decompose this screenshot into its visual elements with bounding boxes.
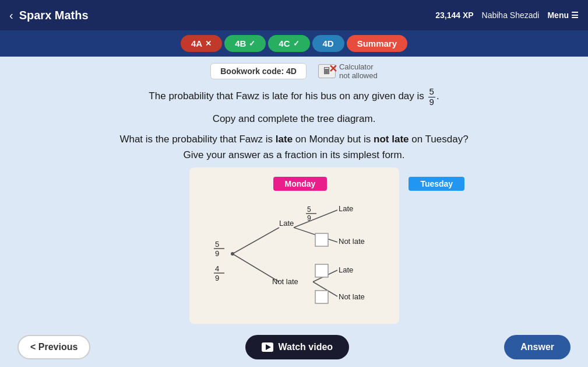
no-calc-x: ✕: [329, 62, 337, 75]
watch-video-button[interactable]: Watch video: [245, 335, 349, 359]
svg-text:Not late: Not late: [272, 277, 298, 286]
svg-text:9: 9: [215, 274, 219, 282]
brand-title: Sparx Maths: [19, 9, 89, 22]
svg-text:9: 9: [307, 214, 311, 222]
user-name: Nabiha Shezadi: [482, 11, 540, 20]
svg-rect-19: [315, 264, 328, 277]
header: ‹ Sparx Maths 23,144 XP Nabiha Shezadi M…: [0, 0, 588, 30]
svg-rect-11: [315, 233, 328, 246]
previous-button[interactable]: < Previous: [17, 335, 90, 359]
svg-point-24: [231, 252, 234, 256]
tick-icon-4c: ✓: [293, 39, 300, 48]
svg-text:4: 4: [215, 264, 219, 273]
monday-header: Monday: [273, 177, 328, 191]
tree-svg: 5 9 Late 5 9 Late Not late 4: [203, 195, 384, 312]
calculator-notice: 🖩 ✕ Calculator not allowed: [318, 62, 378, 80]
tree-container: Monday Tuesday 5 9 Late 5 9 Lat: [12, 167, 576, 324]
question-line1: The probability that Fawz is late for hi…: [12, 87, 576, 107]
bookwork-bar: Bookwork code: 4D 🖩 ✕ Calculator not all…: [12, 62, 576, 80]
nav-tabs: 4A ✕ 4B ✓ 4C ✓ 4D Summary: [0, 30, 588, 57]
question-line2: Copy and complete the tree diagram.: [12, 111, 576, 127]
xp-badge: 23,144 XP: [435, 11, 473, 20]
calculator-icon: 🖩 ✕: [318, 64, 336, 78]
menu-button[interactable]: Menu ☰: [547, 11, 579, 20]
tab-4D[interactable]: 4D: [312, 35, 344, 52]
svg-text:Not late: Not late: [339, 292, 365, 301]
hamburger-icon: ☰: [571, 11, 579, 20]
tab-4A[interactable]: 4A ✕: [181, 35, 222, 52]
play-triangle: [266, 344, 271, 350]
bookwork-code: Bookwork code: 4D: [210, 63, 307, 79]
back-arrow-icon[interactable]: ‹: [9, 9, 13, 22]
tree-diagram: Monday Tuesday 5 9 Late 5 9 Lat: [189, 167, 399, 324]
svg-text:9: 9: [215, 249, 219, 258]
svg-line-5: [294, 210, 337, 228]
svg-text:Late: Late: [339, 204, 353, 213]
svg-text:5: 5: [215, 240, 219, 249]
svg-text:5: 5: [307, 205, 311, 214]
header-left: ‹ Sparx Maths: [9, 9, 89, 22]
svg-text:Late: Late: [339, 265, 353, 274]
tuesday-header: Tuesday: [409, 177, 464, 191]
answer-button[interactable]: Answer: [504, 335, 571, 359]
main-content: Bookwork code: 4D 🖩 ✕ Calculator not all…: [0, 57, 588, 367]
tab-4C[interactable]: 4C ✓: [268, 35, 309, 52]
tab-4B[interactable]: 4B ✓: [224, 35, 266, 52]
question-line3: What is the probability that Fawz is lat…: [12, 131, 576, 163]
header-right: 23,144 XP Nabiha Shezadi Menu ☰: [435, 11, 579, 20]
calc-text: Calculator not allowed: [339, 62, 378, 80]
play-icon: [262, 342, 273, 352]
tick-icon: ✓: [249, 39, 255, 48]
fraction-5-9: 5 9: [428, 87, 435, 107]
svg-rect-22: [315, 291, 328, 303]
cross-icon: ✕: [205, 39, 212, 48]
svg-text:Late: Late: [279, 219, 294, 228]
svg-text:Not late: Not late: [339, 237, 365, 246]
tab-summary[interactable]: Summary: [347, 35, 407, 52]
bottom-bar: < Previous Watch video Answer: [0, 324, 588, 367]
svg-line-0: [233, 228, 279, 254]
